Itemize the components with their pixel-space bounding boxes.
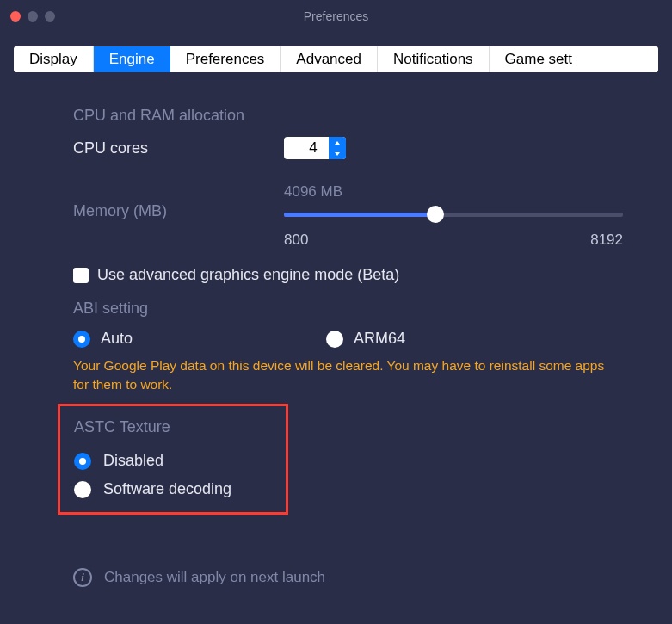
abi-arm64-label: ARM64: [354, 330, 405, 348]
astc-disabled-radio[interactable]: [74, 453, 91, 470]
slider-thumb[interactable]: [427, 206, 444, 223]
abi-section-title: ABI setting: [73, 300, 633, 318]
window-title: Preferences: [304, 9, 368, 23]
cpu-cores-stepper[interactable]: 4: [284, 137, 346, 159]
memory-min: 800: [284, 232, 308, 249]
advanced-graphics-checkbox[interactable]: [73, 268, 89, 283]
info-text: Changes will apply on next launch: [104, 569, 325, 586]
advanced-graphics-label: Use advanced graphics engine mode (Beta): [97, 266, 399, 284]
tab-engine[interactable]: Engine: [94, 46, 170, 72]
astc-section-title: ASTC Texture: [74, 418, 272, 436]
memory-row: Memory (MB) 4096 MB 800 8192: [73, 183, 633, 249]
astc-disabled-group[interactable]: Disabled: [74, 452, 272, 470]
stepper-arrows[interactable]: [329, 137, 346, 159]
astc-highlight-box: ASTC Texture Disabled Software decoding: [58, 404, 288, 515]
abi-auto-label: Auto: [101, 330, 133, 348]
astc-software-label: Software decoding: [103, 480, 231, 498]
cpu-cores-row: CPU cores 4: [73, 137, 633, 159]
chevron-down-icon: [335, 152, 340, 156]
abi-arm64-group[interactable]: ARM64: [326, 330, 405, 348]
tab-bar: Display Engine Preferences Advanced Noti…: [14, 46, 658, 72]
abi-warning: Your Google Play data on this device wil…: [73, 356, 633, 393]
tab-game-settings[interactable]: Game sett: [490, 46, 588, 72]
tab-notifications[interactable]: Notifications: [378, 46, 490, 72]
astc-disabled-label: Disabled: [103, 452, 163, 470]
info-icon: i: [73, 568, 92, 587]
info-row: i Changes will apply on next launch: [73, 568, 633, 587]
tab-preferences[interactable]: Preferences: [170, 46, 281, 72]
content-area: CPU and RAM allocation CPU cores 4 Memor…: [0, 72, 672, 604]
close-window-button[interactable]: [10, 11, 21, 22]
memory-slider[interactable]: [284, 206, 623, 223]
abi-auto-radio[interactable]: [73, 331, 90, 348]
maximize-window-button[interactable]: [45, 11, 55, 22]
astc-software-radio[interactable]: [74, 481, 91, 498]
advanced-graphics-row[interactable]: Use advanced graphics engine mode (Beta): [73, 266, 633, 284]
abi-auto-group[interactable]: Auto: [73, 330, 314, 348]
abi-radio-row: Auto ARM64: [73, 330, 633, 348]
abi-arm64-radio[interactable]: [326, 331, 343, 348]
cpu-cores-label: CPU cores: [73, 139, 284, 158]
memory-label: Memory (MB): [73, 183, 284, 220]
memory-range-labels: 800 8192: [284, 232, 623, 249]
minimize-window-button[interactable]: [28, 11, 38, 22]
cpu-ram-section-title: CPU and RAM allocation: [73, 107, 633, 125]
titlebar: Preferences: [0, 0, 672, 33]
traffic-lights: [10, 11, 55, 22]
memory-value: 4096 MB: [284, 183, 623, 201]
memory-slider-group: 4096 MB 800 8192: [284, 183, 633, 249]
memory-max: 8192: [590, 232, 623, 249]
astc-software-group[interactable]: Software decoding: [74, 480, 272, 498]
tab-display[interactable]: Display: [14, 46, 94, 72]
tab-advanced[interactable]: Advanced: [281, 46, 378, 72]
chevron-up-icon: [335, 141, 340, 145]
